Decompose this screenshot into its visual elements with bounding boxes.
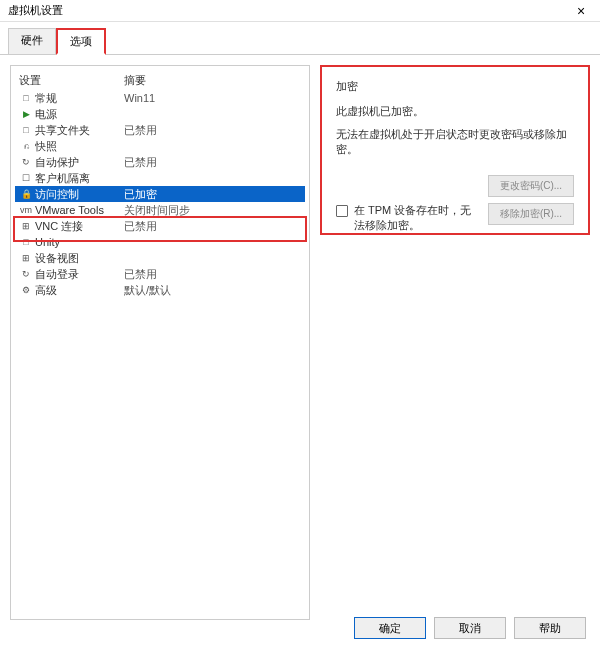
panel-title: 加密 [336, 79, 574, 94]
tab-bar: 硬件 选项 [0, 22, 600, 55]
row-label: VMware Tools [35, 204, 124, 216]
list-item[interactable]: ▶电源 [15, 106, 305, 122]
content-area: 设置 摘要 □常规Win11▶电源□共享文件夹已禁用⎌快照↻自动保护已禁用☐客户… [0, 55, 600, 630]
encryption-panel: 加密 此虚拟机已加密。 无法在虚拟机处于开启状态时更改密码或移除加密。 更改密码… [320, 65, 590, 235]
titlebar: 虚拟机设置 × [0, 0, 600, 22]
row-summary: 已禁用 [124, 155, 301, 170]
list-item[interactable]: vmVMware Tools关闭时间同步 [15, 202, 305, 218]
row-icon: □ [19, 124, 33, 136]
row-label: 自动登录 [35, 267, 124, 282]
list-item[interactable]: □共享文件夹已禁用 [15, 122, 305, 138]
help-button[interactable]: 帮助 [514, 617, 586, 639]
row-summary: 已禁用 [124, 123, 301, 138]
row-icon: ⊞ [19, 220, 33, 232]
close-icon[interactable]: × [566, 1, 596, 21]
list-header: 设置 摘要 [15, 70, 305, 90]
list-item[interactable]: ↻自动登录已禁用 [15, 266, 305, 282]
row-label: 自动保护 [35, 155, 124, 170]
list-item[interactable]: ⎌快照 [15, 138, 305, 154]
row-icon: ☐ [19, 172, 33, 184]
row-icon: vm [19, 204, 33, 216]
window-title: 虚拟机设置 [8, 3, 63, 18]
row-label: 访问控制 [35, 187, 124, 202]
tpm-icon [336, 205, 348, 217]
row-summary: 已禁用 [124, 267, 301, 282]
settings-list: 设置 摘要 □常规Win11▶电源□共享文件夹已禁用⎌快照↻自动保护已禁用☐客户… [10, 65, 310, 620]
row-icon: ⎌ [19, 140, 33, 152]
row-summary: 默认/默认 [124, 283, 301, 298]
row-icon: ↻ [19, 268, 33, 280]
row-icon: ⊞ [19, 252, 33, 264]
list-item[interactable]: ↻自动保护已禁用 [15, 154, 305, 170]
header-summary: 摘要 [124, 73, 301, 88]
encryption-warning: 无法在虚拟机处于开启状态时更改密码或移除加密。 [336, 127, 574, 157]
row-label: VNC 连接 [35, 219, 124, 234]
row-label: 设备视图 [35, 251, 124, 266]
remove-encryption-button[interactable]: 移除加密(R)... [488, 203, 574, 225]
cancel-button[interactable]: 取消 [434, 617, 506, 639]
row-summary: 已禁用 [124, 219, 301, 234]
row-summary: 关闭时间同步 [124, 203, 301, 218]
ok-button[interactable]: 确定 [354, 617, 426, 639]
row-label: 共享文件夹 [35, 123, 124, 138]
dialog-footer: 确定 取消 帮助 [354, 617, 586, 639]
change-password-button[interactable]: 更改密码(C)... [488, 175, 574, 197]
list-item[interactable]: □常规Win11 [15, 90, 305, 106]
header-setting: 设置 [19, 73, 124, 88]
row-label: 电源 [35, 107, 124, 122]
list-item[interactable]: ⊞设备视图 [15, 250, 305, 266]
list-item[interactable]: 🔒访问控制已加密 [15, 186, 305, 202]
list-body: □常规Win11▶电源□共享文件夹已禁用⎌快照↻自动保护已禁用☐客户机隔离🔒访问… [15, 90, 305, 298]
list-item[interactable]: ⊞VNC 连接已禁用 [15, 218, 305, 234]
detail-pane: 加密 此虚拟机已加密。 无法在虚拟机处于开启状态时更改密码或移除加密。 更改密码… [310, 65, 590, 620]
row-icon: 🔒 [19, 188, 33, 200]
encryption-status: 此虚拟机已加密。 [336, 104, 574, 119]
row-icon: ⚙ [19, 284, 33, 296]
row-summary: 已加密 [124, 187, 301, 202]
row-icon: □ [19, 236, 33, 248]
row-icon: ▶ [19, 108, 33, 120]
row-label: 高级 [35, 283, 124, 298]
list-item[interactable]: ⚙高级默认/默认 [15, 282, 305, 298]
list-item[interactable]: □Unity [15, 234, 305, 250]
row-label: 快照 [35, 139, 124, 154]
row-summary: Win11 [124, 92, 301, 104]
tab-options[interactable]: 选项 [56, 28, 106, 55]
row-label: Unity [35, 236, 124, 248]
tab-hardware[interactable]: 硬件 [8, 28, 56, 54]
row-label: 常规 [35, 91, 124, 106]
row-icon: □ [19, 92, 33, 104]
list-item[interactable]: ☐客户机隔离 [15, 170, 305, 186]
tpm-note: 在 TPM 设备存在时，无法移除加密。 移除加密(R)... [336, 203, 574, 234]
row-label: 客户机隔离 [35, 171, 124, 186]
row-icon: ↻ [19, 156, 33, 168]
tpm-text: 在 TPM 设备存在时，无法移除加密。 [354, 203, 482, 234]
